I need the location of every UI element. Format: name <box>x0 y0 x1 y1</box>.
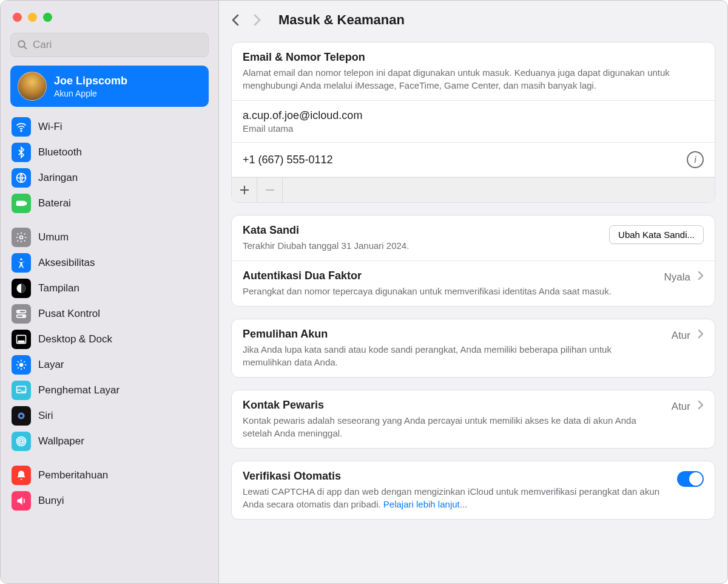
twofa-desc: Perangkat dan nomor tepercaya digunakan … <box>243 285 655 297</box>
globe-icon <box>12 168 31 188</box>
window-controls <box>1 1 218 30</box>
learn-more-link[interactable]: Pelajari lebih lanjut... <box>383 499 467 509</box>
legacy-status: Atur <box>672 401 690 413</box>
page-title: Masuk & Keamanan <box>278 12 405 28</box>
phone-number: +1 (667) 555-0112 <box>243 154 333 166</box>
svg-point-29 <box>18 438 24 444</box>
zoom-window-button[interactable] <box>43 13 52 22</box>
wifi-icon <box>12 117 31 137</box>
sidebar-item-bell[interactable]: Pemberitahuan <box>8 463 211 488</box>
remove-button[interactable] <box>257 178 283 202</box>
sidebar-item-bluetooth[interactable]: Bluetooth <box>8 140 211 165</box>
sidebar-item-wifi[interactable]: Wi-Fi <box>8 114 211 140</box>
twofa-status: Nyala <box>664 271 690 284</box>
account-name: Joe Lipscomb <box>54 75 127 87</box>
sidebar-item-label: Pusat Kontrol <box>38 308 100 320</box>
nav-back-button[interactable] <box>231 13 241 27</box>
svg-point-2 <box>21 131 22 132</box>
sidebar-item-label: Layar <box>38 359 64 371</box>
password-desc: Terakhir Diubah tanggal 31 Januari 2024. <box>243 239 599 252</box>
appearance-icon <box>12 279 31 298</box>
legacy-contact-card[interactable]: Kontak Pewaris Kontak pewaris adalah ses… <box>231 390 715 449</box>
sidebar-list: Wi-FiBluetoothJaringanBaterai UmumAksesi… <box>1 114 218 522</box>
sidebar-item-label: Pemberitahuan <box>38 469 108 481</box>
phone-row[interactable]: +1 (667) 555-0112 i <box>232 143 715 177</box>
change-password-button[interactable]: Ubah Kata Sandi... <box>609 225 704 244</box>
toolbar: Masuk & Keamanan <box>219 1 727 39</box>
sidebar-item-label: Penghemat Layar <box>38 384 120 396</box>
main-panel: Masuk & Keamanan Email & Nomor Telepon A… <box>219 1 727 583</box>
sidebar-item-accessibility[interactable]: Aksesibilitas <box>8 250 211 276</box>
chevron-right-icon <box>698 329 704 342</box>
svg-point-28 <box>20 440 23 443</box>
sidebar-item-wallpaper[interactable]: Wallpaper <box>8 429 211 454</box>
dock-icon <box>12 330 31 349</box>
sidebar-item-gear[interactable]: Umum <box>8 225 211 250</box>
sidebar-item-globe[interactable]: Jaringan <box>8 165 211 191</box>
chevron-right-icon <box>698 400 704 413</box>
svg-point-7 <box>20 259 22 260</box>
auto-verify-toggle[interactable] <box>677 471 704 487</box>
twofa-title: Autentikasi Dua Faktor <box>243 270 655 282</box>
svg-line-1 <box>24 47 27 49</box>
siri-icon <box>12 406 31 426</box>
sidebar-item-label: Siri <box>38 410 53 422</box>
add-button[interactable] <box>232 178 257 202</box>
autoverify-title: Verifikasi Otomatis <box>243 470 667 483</box>
autoverify-desc: Lewati CAPTCHA di app dan web dengan men… <box>243 485 667 511</box>
svg-rect-5 <box>25 202 27 204</box>
sidebar-item-appearance[interactable]: Tampilan <box>8 276 211 301</box>
svg-line-20 <box>18 361 19 362</box>
email-phone-card: Email & Nomor Telepon Alamat email dan n… <box>231 42 715 203</box>
sidebar-item-label: Bunyi <box>38 495 64 507</box>
sidebar-account-row[interactable]: Joe Lipscomb Akun Apple <box>10 66 209 107</box>
sidebar-item-label: Baterai <box>38 197 71 209</box>
twofa-row[interactable]: Autentikasi Dua Faktor Perangkat dan nom… <box>232 261 715 306</box>
svg-point-10 <box>18 311 19 313</box>
primary-email: a.cup.of.joe@icloud.com <box>243 109 704 122</box>
search-input[interactable] <box>33 39 202 51</box>
search-input-container[interactable] <box>10 33 209 57</box>
sidebar-item-brightness[interactable]: Layar <box>8 352 211 378</box>
close-window-button[interactable] <box>13 13 22 22</box>
svg-point-6 <box>20 236 23 239</box>
sidebar-item-switches[interactable]: Pusat Kontrol <box>8 301 211 327</box>
nav-forward-button[interactable] <box>252 13 261 27</box>
email-phone-footer <box>232 177 715 202</box>
svg-line-22 <box>18 367 19 368</box>
email-phone-desc: Alamat email dan nomor telepon ini dapat… <box>243 66 704 92</box>
chevron-right-icon <box>698 271 704 284</box>
auto-verify-card: Verifikasi Otomatis Lewati CAPTCHA di ap… <box>231 461 715 520</box>
sidebar-item-dock[interactable]: Desktop & Dock <box>8 327 211 352</box>
account-sub: Akun Apple <box>54 89 127 98</box>
password-title: Kata Sandi <box>243 224 599 237</box>
sound-icon <box>12 491 31 511</box>
sidebar: Joe Lipscomb Akun Apple Wi-FiBluetoothJa… <box>1 1 219 583</box>
recovery-card[interactable]: Pemulihan Akun Jika Anda lupa kata sandi… <box>231 319 715 378</box>
sidebar-item-label: Desktop & Dock <box>38 333 112 345</box>
minimize-window-button[interactable] <box>28 13 37 22</box>
info-icon[interactable]: i <box>687 151 704 168</box>
accessibility-icon <box>12 253 31 273</box>
sidebar-item-label: Bluetooth <box>38 146 82 158</box>
sidebar-item-label: Wi-Fi <box>38 121 62 133</box>
switches-icon <box>12 304 31 324</box>
svg-line-21 <box>24 367 25 368</box>
email-phone-title: Email & Nomor Telepon <box>243 51 704 64</box>
avatar <box>18 72 47 101</box>
content-area: Email & Nomor Telepon Alamat email dan n… <box>219 39 727 583</box>
sidebar-item-label: Wallpaper <box>38 435 84 447</box>
sidebar-item-screensaver[interactable]: Penghemat Layar <box>8 378 211 403</box>
svg-point-15 <box>19 363 24 367</box>
svg-point-12 <box>23 316 25 317</box>
bell-icon <box>12 466 31 485</box>
wallpaper-icon <box>12 432 31 451</box>
sidebar-item-sound[interactable]: Bunyi <box>8 488 211 514</box>
password-card: Kata Sandi Terakhir Diubah tanggal 31 Ja… <box>231 215 715 307</box>
recovery-desc: Jika Anda lupa kata sandi atau kode sand… <box>243 343 662 368</box>
sidebar-item-battery[interactable]: Baterai <box>8 191 211 216</box>
email-row[interactable]: a.cup.of.joe@icloud.com Email utama <box>232 101 715 143</box>
sidebar-item-siri[interactable]: Siri <box>8 403 211 429</box>
svg-point-0 <box>18 41 25 47</box>
sidebar-item-label: Jaringan <box>38 172 78 184</box>
